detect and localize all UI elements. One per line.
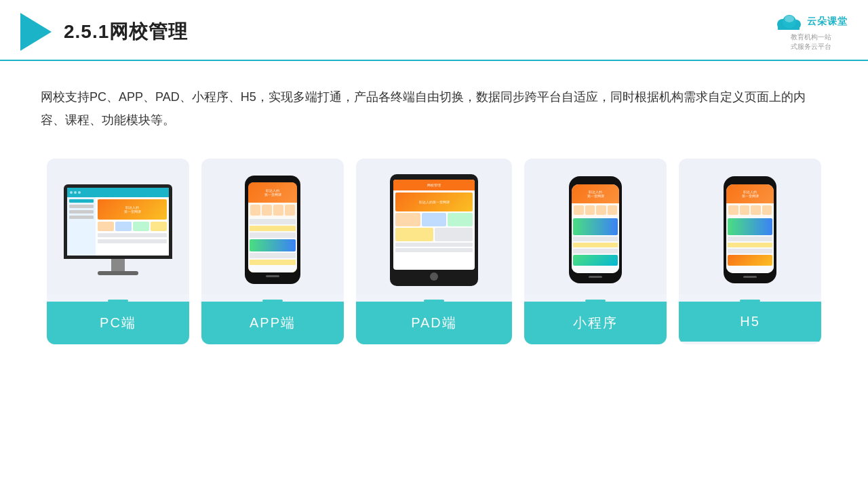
icon-row bbox=[98, 222, 167, 231]
description-text: 网校支持PC、APP、PAD、小程序、H5，实现多端打通，产品各终端自由切换，数… bbox=[41, 85, 827, 131]
tablet-row1 bbox=[395, 213, 473, 226]
pc-monitor: 职达人的第一堂网课 bbox=[60, 184, 176, 275]
monitor-body: 职达人的第一堂网课 bbox=[64, 184, 172, 259]
phone-row2 bbox=[250, 226, 296, 231]
logo-cloud: 云朵课堂 bbox=[774, 12, 848, 31]
phone-screen: 职达人的第一堂网课 bbox=[248, 182, 297, 272]
phone-icons-row bbox=[248, 203, 297, 218]
tablet-banner: 职达人的第一堂网课 bbox=[395, 192, 473, 211]
mini-icon1 bbox=[574, 205, 584, 215]
tb4 bbox=[395, 228, 433, 241]
mini-row3 bbox=[573, 249, 618, 253]
h5-card bbox=[728, 255, 772, 266]
h5-icon4 bbox=[762, 205, 772, 215]
dot2 bbox=[74, 191, 77, 194]
pad-tablet: 网校管理 职达人的第一堂网课 bbox=[390, 174, 478, 286]
cards-container: 职达人的第一堂网课 bbox=[0, 145, 868, 365]
screen-left bbox=[67, 197, 96, 256]
tablet-row4 bbox=[395, 248, 473, 252]
tablet-home-btn bbox=[430, 272, 438, 281]
h5-icon3 bbox=[751, 205, 761, 215]
phone-home-btn bbox=[266, 275, 279, 277]
h5-icons bbox=[726, 203, 774, 217]
card-app-image: 职达人的第一堂网课 bbox=[201, 159, 344, 294]
card-pad-image: 网校管理 职达人的第一堂网课 bbox=[356, 159, 512, 294]
card-pc-image: 职达人的第一堂网课 bbox=[47, 159, 189, 294]
phone-notch bbox=[264, 178, 281, 182]
h5-phone: 职达人的第一堂网课 bbox=[724, 176, 776, 283]
tb1 bbox=[395, 213, 420, 226]
page-title: 2.5.1网校管理 bbox=[64, 19, 188, 45]
tablet-top-text: 网校管理 bbox=[427, 183, 441, 187]
card-pad: 网校管理 职达人的第一堂网课 bbox=[356, 159, 512, 344]
card-h5-label: H5 bbox=[679, 302, 821, 342]
mini-header: 职达人的第一堂网课 bbox=[572, 184, 619, 203]
header: 2.5.1网校管理 云朵课堂 教育机构一站 式服务云平台 bbox=[0, 0, 868, 61]
h5-row3 bbox=[728, 249, 772, 253]
h5-home bbox=[743, 276, 757, 278]
banner: 职达人的第一堂网课 bbox=[98, 199, 167, 220]
h5-row2 bbox=[728, 243, 772, 247]
mini-icon4 bbox=[608, 205, 618, 215]
play-icon bbox=[20, 13, 52, 51]
tablet-screen: 网校管理 职达人的第一堂网课 bbox=[393, 180, 475, 270]
logo-subtitle: 教育机构一站 式服务云平台 bbox=[791, 33, 831, 52]
phone-icon-box1 bbox=[250, 205, 260, 216]
card-h5: 职达人的第一堂网课 bbox=[679, 159, 821, 344]
dot1 bbox=[70, 191, 73, 194]
h5-screen: 职达人的第一堂网课 bbox=[726, 184, 774, 273]
mini-row1 bbox=[573, 237, 618, 241]
h5-icon2 bbox=[740, 205, 750, 215]
screen-right: 职达人的第一堂网课 bbox=[96, 197, 169, 256]
mini-card bbox=[573, 255, 618, 266]
mini-phone: 职达人的第一堂网课 bbox=[569, 176, 622, 283]
content-row1 bbox=[98, 233, 167, 237]
logo-area: 云朵课堂 教育机构一站 式服务云平台 bbox=[774, 12, 848, 52]
card-app-label: APP端 bbox=[201, 302, 344, 344]
description-section: 网校支持PC、APP、PAD、小程序、H5，实现多端打通，产品各终端自由切换，数… bbox=[0, 61, 868, 145]
nav-item1 bbox=[69, 199, 94, 203]
card-h5-image: 职达人的第一堂网课 bbox=[679, 159, 821, 294]
h5-header: 职达人的第一堂网课 bbox=[726, 184, 774, 203]
card-mini-label: 小程序 bbox=[524, 302, 667, 344]
mini-icons bbox=[572, 203, 619, 217]
dot3 bbox=[78, 191, 81, 194]
tb2 bbox=[422, 213, 447, 226]
content-row2 bbox=[98, 239, 167, 243]
app-phone: 职达人的第一堂网课 bbox=[245, 176, 300, 284]
phone-content-area bbox=[248, 218, 297, 272]
phone-top: 职达人的第一堂网课 bbox=[248, 182, 297, 203]
card-mini-image: 职达人的第一堂网课 bbox=[524, 159, 667, 294]
h5-notch bbox=[743, 180, 757, 183]
monitor-stand bbox=[111, 259, 125, 271]
mini-icon3 bbox=[596, 205, 606, 215]
card-pc: 职达人的第一堂网课 bbox=[47, 159, 189, 344]
mini-home bbox=[589, 276, 602, 278]
h5-row1 bbox=[728, 237, 772, 241]
card-pad-label: PAD端 bbox=[356, 302, 512, 344]
phone-icon-box3 bbox=[273, 205, 283, 216]
h5-icon1 bbox=[728, 205, 738, 215]
tablet-banner-text: 职达人的第一堂网课 bbox=[419, 200, 450, 204]
mini-banner bbox=[573, 218, 618, 235]
header-left: 2.5.1网校管理 bbox=[20, 13, 188, 51]
h5-header-text: 职达人的第一堂网课 bbox=[742, 190, 759, 198]
nav-item3 bbox=[69, 210, 94, 214]
phone-row5 bbox=[250, 260, 296, 265]
mini-notch bbox=[588, 180, 603, 183]
mini-content bbox=[572, 217, 619, 273]
phone-screen-inner: 职达人的第一堂网课 bbox=[248, 182, 297, 272]
tablet-row2 bbox=[395, 228, 473, 241]
card-mini: 职达人的第一堂网课 bbox=[524, 159, 667, 344]
phone-row4 bbox=[250, 253, 296, 258]
icon-b1 bbox=[98, 222, 114, 231]
icon-b2 bbox=[115, 222, 132, 231]
icon-b4 bbox=[151, 222, 167, 231]
mini-screen: 职达人的第一堂网课 bbox=[572, 184, 619, 273]
phone-banner bbox=[250, 239, 296, 251]
tablet-top-bar: 网校管理 bbox=[393, 180, 475, 190]
card-app: 职达人的第一堂网课 bbox=[201, 159, 344, 344]
monitor-screen: 职达人的第一堂网课 bbox=[67, 188, 169, 256]
logo-text: 云朵课堂 bbox=[807, 16, 848, 28]
phone-top-text: 职达人的第一堂网课 bbox=[264, 188, 281, 197]
